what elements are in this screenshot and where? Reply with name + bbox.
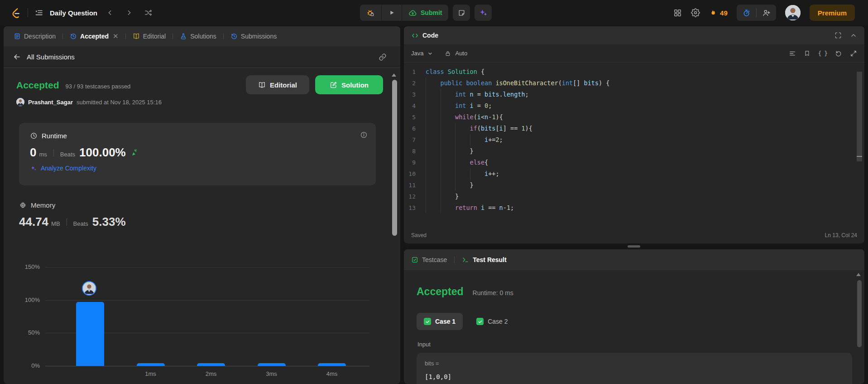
scrollbar-up-arrow[interactable] [856,273,861,276]
editor-scrollbar-thumb[interactable] [857,72,862,161]
code-line[interactable]: 11 } [404,180,864,191]
code-line[interactable]: 12 } [404,191,864,202]
ai-assistant-button[interactable] [475,5,492,21]
chart-bar-0ms[interactable] [76,302,104,366]
solution-button[interactable]: Solution [315,75,383,94]
code-panel-title: Code [422,32,438,39]
tab-editorial[interactable]: Editorial [129,33,170,40]
runtime-title-row: Runtime [30,132,365,140]
bookmark-icon[interactable] [804,50,810,57]
code-line[interactable]: 8 } [404,146,864,157]
run-button[interactable] [382,5,402,21]
chart-bar-1ms[interactable] [137,363,165,366]
tab-test-result[interactable]: Test Result [462,256,506,263]
scrollbar-thumb[interactable] [392,80,397,236]
code-toolbar: Java Auto { } [404,44,864,63]
streak-counter[interactable]: 49 [709,9,728,17]
divider [53,149,54,156]
chart-xtick-label: 1ms [130,370,171,377]
braces-icon[interactable]: { } [818,50,827,57]
line-number: 10 [404,168,426,180]
testcases-passed: 93 / 93 testcases passed [66,83,131,90]
tab-solutions[interactable]: Solutions [176,33,220,40]
chart-xtick-label: 3ms [251,370,292,377]
chart-bar-2ms[interactable] [197,363,225,366]
settings-gear-icon[interactable] [691,8,700,17]
code-line[interactable]: 3 int n = bits.length; [404,89,864,100]
code-line[interactable]: 13 return i == n-1; [404,202,864,214]
case-2-chip[interactable]: Case 2 [469,313,515,330]
code-line[interactable]: 4 int i = 0; [404,100,864,112]
tab-label: Test Result [473,256,506,263]
editorial-button[interactable]: Editorial [246,75,309,94]
chart-bar-4ms[interactable] [318,363,346,366]
back-label[interactable]: All Submissions [27,53,75,61]
beats-label: Beats [73,220,88,227]
tab-description[interactable]: Description [10,33,59,40]
fullscreen-icon[interactable] [834,32,842,39]
invite-user-button[interactable] [757,5,776,21]
expand-diagonal-icon[interactable] [850,50,857,57]
auto-mode-label[interactable]: Auto [455,50,467,57]
sparkles-icon [479,8,488,17]
divider [28,8,28,17]
code-line[interactable]: 7 i+=2; [404,134,864,146]
premium-button[interactable]: Premium [810,5,855,21]
tab-label: Accepted [80,33,109,40]
tab-label: Solutions [190,33,216,40]
author-name[interactable]: Prashant_Sagar [28,99,73,106]
apps-grid-icon[interactable] [673,9,682,17]
code-line[interactable]: 1class Solution { [404,66,864,78]
submit-button[interactable]: Submit [402,5,448,21]
prev-question-button[interactable] [104,6,116,19]
leetcode-logo[interactable] [10,7,21,19]
memory-title-row: Memory [19,201,126,209]
code-line[interactable]: 10 i++; [404,168,864,180]
collapse-chevron-icon[interactable] [850,32,857,39]
panel-resize-handle[interactable] [628,245,640,248]
analyze-complexity-link[interactable]: Analyze Complexity [30,165,365,172]
tab-accepted[interactable]: Accepted ✕ [66,32,122,40]
user-avatar[interactable] [785,5,801,20]
submitted-at: submitted at Nov 18, 2025 15:16 [77,99,162,106]
next-question-button[interactable] [123,6,135,19]
tab-label: Testcase [422,256,447,263]
beats-label: Beats [60,151,75,158]
format-code-icon[interactable] [789,50,796,57]
code-line[interactable]: 2 public boolean isOneBitCharacter(int[]… [404,78,864,89]
timer-button[interactable] [737,5,756,21]
tab-testcase[interactable]: Testcase [411,256,447,263]
chart-ytick-label: 50% [4,329,40,336]
debug-button[interactable] [360,5,381,21]
your-submission-marker[interactable] [82,281,96,296]
line-number: 8 [404,146,426,157]
notes-button[interactable] [453,5,470,21]
back-arrow-icon[interactable] [13,53,21,61]
undo-icon[interactable] [835,50,842,57]
leetcode-app: Daily Question [0,0,868,384]
copy-link-icon[interactable] [379,53,387,61]
scrollbar-thumb[interactable] [857,280,862,347]
scrollbar-up-arrow[interactable] [392,73,396,77]
history-icon [70,33,77,40]
language-selector[interactable]: Java [411,50,423,57]
chart-bar-3ms[interactable] [258,363,286,366]
case-1-chip[interactable]: Case 1 [417,313,463,330]
input-box[interactable]: bits = [1,0,0] [417,353,852,384]
code-editor[interactable]: 1class Solution {2 public boolean isOneB… [404,63,864,214]
code-line[interactable]: 5 while(i<n-1){ [404,112,864,123]
celebration-icon [129,148,138,156]
book-icon [258,81,266,89]
info-icon[interactable] [360,131,368,139]
problem-list-icon[interactable] [34,8,43,17]
nav-title[interactable]: Daily Question [50,9,97,17]
code-line[interactable]: 6 if(bits[i] == 1){ [404,123,864,134]
cursor-position: Ln 13, Col 24 [825,232,857,238]
close-tab-icon[interactable]: ✕ [113,32,119,40]
result-status: Accepted [16,80,59,91]
code-line[interactable]: 9 else{ [404,157,864,168]
chevron-down-icon[interactable] [427,51,433,56]
line-number: 5 [404,112,426,123]
tab-submissions[interactable]: Submissions [227,33,280,40]
random-question-icon[interactable] [142,6,154,19]
